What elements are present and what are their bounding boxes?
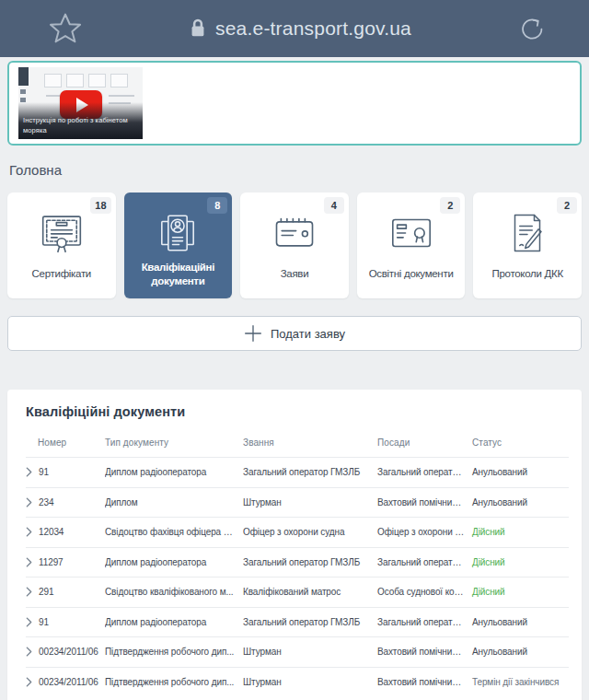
thumbnail-ui-tile — [110, 74, 128, 88]
column-header-position: Посади — [377, 438, 472, 448]
doc-type: Диплом — [105, 497, 243, 508]
doc-rank: Кваліфікований матрос — [243, 587, 377, 597]
thumbnail-sidebar-block — [18, 67, 29, 86]
table-row[interactable]: 11297 Диплом радіооператора Загальний оп… — [26, 547, 569, 578]
submit-application-button[interactable]: Подати заяву — [7, 316, 582, 351]
chevron-right-icon[interactable] — [26, 647, 32, 657]
table-row[interactable]: 00234/2011/06 Підтвердження робочого дип… — [26, 667, 569, 697]
certificate-icon — [38, 209, 86, 257]
status-badge: Анульований — [472, 496, 569, 509]
doc-type: Диплом радіооператора — [105, 617, 243, 627]
count-badge: 8 — [207, 197, 227, 214]
doc-number: 00234/2011/06 — [39, 647, 98, 657]
table-title: Кваліфіційні документи — [26, 404, 569, 419]
column-header-rank: Звання — [243, 438, 377, 448]
status-badge: Дійсний — [472, 556, 569, 569]
status-badge: Анульований — [472, 466, 569, 479]
status-badge: Анульований — [472, 646, 569, 659]
page-title: Головна — [9, 162, 589, 178]
card-label: Заяви — [277, 257, 313, 298]
submit-button-label: Подати заяву — [271, 327, 345, 341]
thumbnail-ui-tile — [44, 74, 62, 88]
status-badge: Дійсний — [472, 586, 569, 599]
count-badge: 4 — [324, 197, 344, 214]
thumbnail-ui-tile — [66, 74, 84, 88]
doc-type: Диплом радіооператора — [105, 467, 243, 477]
doc-position: Вахтовий помічник капітана су... — [377, 647, 472, 657]
doc-type: Свідоцтво кваліфікованого м... — [105, 587, 243, 597]
card-dkk-protocols[interactable]: 2 Протоколи ДКК — [473, 192, 582, 298]
card-label: Сертифікати — [29, 257, 95, 298]
count-badge: 2 — [440, 197, 460, 214]
table-row[interactable]: 91 Диплом радіооператора Загальний опера… — [26, 607, 569, 637]
table-row[interactable]: 234 Диплом Штурман Вахтовий помічник кап… — [26, 487, 569, 518]
doc-number: 00234/2011/06 — [39, 677, 98, 687]
table-header-row: Номер Тип документу Звання Посади Статус — [26, 432, 569, 457]
address-bar[interactable]: sea.e-transport.gov.ua — [83, 18, 518, 40]
doc-rank: Загальний оператор ГМЗЛБ — [243, 557, 377, 567]
plus-icon — [244, 324, 262, 343]
id-badge-icon — [155, 209, 201, 257]
refresh-icon[interactable] — [518, 15, 547, 43]
browser-bar: sea.e-transport.gov.ua — [0, 0, 589, 57]
video-panel: Інструкція по роботі з кабінетом моряка — [7, 61, 582, 146]
doc-position: Вахтовий помічник капітана су... — [377, 677, 472, 687]
doc-number: 234 — [39, 497, 53, 508]
card-label: Протоколи ДКК — [489, 257, 567, 298]
doc-type: Свідоцтво фахівця офіцера з ... — [105, 527, 243, 537]
card-label: Кваліфікаційні документи — [124, 257, 233, 298]
column-header-number: Номер — [26, 438, 105, 448]
chevron-right-icon[interactable] — [26, 527, 32, 537]
column-header-status: Статус — [472, 438, 569, 448]
chevron-right-icon[interactable] — [26, 587, 32, 597]
folder-icon — [271, 209, 318, 257]
doc-number: 291 — [39, 587, 53, 597]
doc-rank: Штурман — [243, 497, 377, 508]
doc-rank: Загальний оператор ГМЗЛБ — [243, 617, 377, 627]
thumbnail-ui-dot — [20, 89, 26, 94]
status-badge: Термін дії закінчився — [472, 676, 569, 689]
document-pen-icon — [505, 209, 549, 257]
table-row[interactable]: 00234/2011/06 Підтвердження робочого дип… — [26, 636, 569, 667]
doc-type: Підтвердження робочого дип... — [105, 647, 243, 657]
lock-icon — [190, 18, 206, 40]
chevron-right-icon[interactable] — [26, 617, 32, 627]
bookmark-star-icon[interactable] — [48, 11, 83, 46]
doc-position: Особа суднової команди, яка н... — [377, 587, 472, 597]
id-card-icon — [387, 209, 435, 257]
card-education-documents[interactable]: 2 Освітні документи — [357, 192, 466, 298]
chevron-right-icon[interactable] — [26, 467, 32, 477]
video-caption: Інструкція по роботі з кабінетом моряка — [18, 102, 143, 140]
table-row[interactable]: 91 Диплом радіооператора Загальний опера… — [26, 457, 569, 487]
category-cards: 18 Сертифікати 8 — [7, 192, 582, 298]
status-badge: Анульований — [472, 616, 569, 629]
count-badge: 18 — [90, 197, 110, 214]
doc-rank: Загальний оператор ГМЗЛБ — [243, 467, 377, 477]
chevron-right-icon[interactable] — [26, 557, 32, 567]
card-label: Освітні документи — [365, 257, 457, 298]
doc-number: 12034 — [39, 527, 64, 537]
column-header-type: Тип документу — [105, 438, 243, 448]
chevron-right-icon[interactable] — [26, 497, 32, 508]
doc-rank: Офіцер з охорони судна — [243, 527, 377, 537]
url-text: sea.e-transport.gov.ua — [215, 18, 411, 40]
card-certificates[interactable]: 18 Сертифікати — [7, 192, 116, 298]
doc-number: 91 — [39, 467, 49, 477]
thumbnail-ui-line — [109, 95, 134, 97]
doc-position: Вахтовий помічник капітана су... — [377, 497, 472, 508]
doc-rank: Штурман — [243, 647, 377, 657]
video-thumbnail[interactable]: Інструкція по роботі з кабінетом моряка — [18, 67, 143, 139]
card-qualification-documents[interactable]: 8 Кваліфікаційні документи — [124, 192, 233, 298]
table-row[interactable]: 12034 Свідоцтво фахівця офіцера з ... Оф… — [26, 517, 569, 547]
doc-position: Офіцер з охорони судна — [377, 527, 472, 537]
table-row[interactable]: 291 Свідоцтво кваліфікованого м... Квалі… — [26, 577, 569, 607]
doc-position: Загальний оператор ГМЗЛБ — [377, 617, 472, 627]
doc-number: 11297 — [39, 557, 64, 567]
status-badge: Дійсний — [472, 526, 569, 539]
count-badge: 2 — [557, 197, 577, 214]
doc-position: Загальний оператор ГМЗЛБ — [377, 467, 472, 477]
chevron-right-icon[interactable] — [26, 677, 32, 687]
card-applications[interactable]: 4 Заяви — [240, 192, 349, 298]
doc-type: Диплом радіооператора — [105, 557, 243, 567]
doc-position: Загальний оператор ГМЗЛБ — [377, 557, 472, 567]
